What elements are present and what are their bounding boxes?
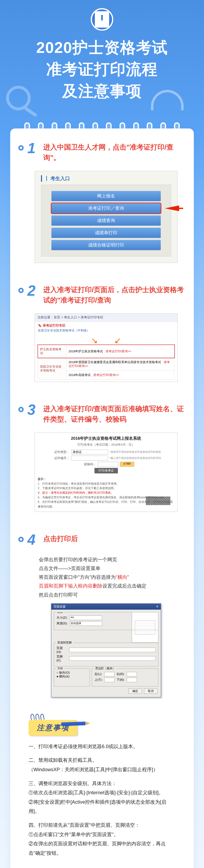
ok-button[interactable]: 确定 xyxy=(129,688,142,694)
step-1-header: 1 进入中国卫生人才网，点击"准考证打印/查询"。 xyxy=(19,141,185,163)
group-margins: 页边距（毫米） xyxy=(94,666,116,670)
attention-item-1: 一、打印准考证必须使用IE浏览器6.0或以上版本。 xyxy=(29,742,175,751)
arrow-down-icon: ↘ xyxy=(91,336,98,345)
form-notes: 提示： 1、打印准考证打印须知：考生须安装PDF阅读器方能正常使用。 2、下载准… xyxy=(38,477,174,509)
input-header[interactable] xyxy=(69,648,156,652)
step-2-title: 进入准考证打印/页面后，点击护士执业资格考试的"准考证打印/查询 xyxy=(43,284,185,305)
step-2-header: 2 进入准考证打印/页面后，点击护士执业资格考试的"准考证打印/查询 xyxy=(19,283,185,305)
label-id-type: 证件类型： xyxy=(51,450,70,454)
input-captcha[interactable] xyxy=(98,462,118,467)
btn-score-query[interactable]: 成绩查询 xyxy=(52,215,161,226)
btn-print-admission[interactable]: 打印准考证 xyxy=(95,468,118,473)
group-header-footer: 页眉和页脚 xyxy=(56,641,73,645)
attention-tag: 注意事项 xyxy=(29,720,77,736)
group-orientation: 方向 xyxy=(56,666,64,670)
btn-cert-print[interactable]: 成绩合格证明打印 xyxy=(52,240,161,250)
step-dot xyxy=(19,537,24,542)
step-dot xyxy=(19,288,24,293)
select-id-type[interactable]: 身份证 xyxy=(71,450,108,455)
step-4-title: 点击打印后 xyxy=(43,533,78,544)
print-link[interactable]: 准考证打印/查询>> xyxy=(105,349,131,353)
content-card: 1 进入中国卫生人才网，点击"准考证打印/查询"。 ┃ 考生入口 网上报名 准考… xyxy=(10,128,194,868)
dialog-title: 页面设置 xyxy=(54,605,66,609)
arrow-down-icon: ↙ xyxy=(114,336,121,345)
captcha-image: h7M0 xyxy=(120,462,134,467)
step-dot xyxy=(19,145,24,151)
eyelash-icon xyxy=(31,714,185,720)
input-margin-right[interactable] xyxy=(127,672,137,676)
label-captcha: 校验码： xyxy=(78,462,96,466)
step-number: 4 xyxy=(27,532,40,547)
radio-portrait[interactable]: ○ 纵向(O) xyxy=(57,671,87,675)
input-margin-left[interactable] xyxy=(104,672,114,676)
step-number: 3 xyxy=(27,402,40,417)
pencil-icon xyxy=(61,721,86,726)
attention-item-3: 三、调整IE浏览器安全级别。具体方法： ①依次点击IE浏览器[工具]-[Inte… xyxy=(29,779,175,816)
label-id-number: 证件编号： xyxy=(51,456,70,460)
print-link[interactable]: 准考证打印/查询>> xyxy=(93,373,119,377)
page-setup-dialog: 页面设置 ✕ 纸张 大小(Z): A4 来源(S): 自动选择 xyxy=(51,603,161,698)
btn-score-print[interactable]: 成绩单打印 xyxy=(52,228,161,238)
form-title: 2016年护士执业资格考试网上报名系统 xyxy=(38,436,174,441)
highlight-arrow-icon xyxy=(165,206,179,211)
row-label: 护士执业资格考试 xyxy=(38,345,67,358)
attention-item-4: 四、打印前请先从"页面设置"中把页眉、页脚清空： ①点击IE窗口"文件"菜单中的… xyxy=(29,820,175,858)
title-line-1: 2020护士资格考试 xyxy=(8,37,196,58)
input-footer[interactable] xyxy=(69,656,156,661)
radio-landscape[interactable]: ● 横向(A) xyxy=(57,675,87,679)
btn-online-register[interactable]: 网上报名 xyxy=(52,191,161,201)
step-1-title: 进入中国卫生人才网，点击"准考证打印/查询"。 xyxy=(43,142,185,163)
header-logo xyxy=(0,0,204,31)
portal-heading: ┃ 考生入口 xyxy=(41,175,171,182)
attention-item-2: 二、禁用或卸载有关拦截工具。 （WindowsXP：关闭IE浏览器[工具]中[弹… xyxy=(29,755,175,774)
select-paper-size[interactable]: A4 xyxy=(69,616,102,620)
step-3-screenshot: 2016年护士执业资格考试网上报名系统 打印准考证（考试日期：2016年5月 -… xyxy=(35,433,177,512)
title-line-2: 准考证打印流程 xyxy=(8,58,196,80)
zone-badge: 🔖 准考证打印专区 xyxy=(38,323,174,328)
input-margin-top[interactable] xyxy=(104,678,114,682)
close-icon[interactable]: ✕ xyxy=(156,605,159,609)
select-paper-source[interactable]: 自动选择 xyxy=(70,621,102,626)
step-4-header: 4 点击打印后 xyxy=(19,532,185,547)
step-number: 2 xyxy=(27,283,40,298)
step-2-screenshot: 当前位置：首页 > 考生入口 > 准考证打印专区 🔖 准考证打印专区 全国卫生专… xyxy=(35,313,177,382)
btn-print-ticket[interactable]: 准考证打印／查询 xyxy=(52,203,161,213)
step-1-screenshot: ┃ 考生入口 网上报名 准考证打印／查询 成绩查询 成绩单打印 成绩合格证明打印 xyxy=(35,171,177,263)
magnifier-icon xyxy=(6,86,31,110)
row-label: 高级卫生专业技术资格考试 xyxy=(38,358,67,380)
exam-table: 护士执业资格考试 2018年护士执业资格考试 准考证打印/查询>> 高级卫生专业… xyxy=(38,345,174,380)
step-4-body: 会弹出所要打印的准考证的一个网页 点击文件——>页面设置菜单 将页面设置窗口中"… xyxy=(39,555,177,599)
step-3-header: 3 进入准考证打印/查询页面后准确填写姓名、证件类型、证件编号、校验码 xyxy=(19,402,185,425)
cancel-button[interactable]: 取消 xyxy=(144,688,158,694)
input-margin-bottom[interactable] xyxy=(127,678,137,682)
step-number: 1 xyxy=(27,141,40,155)
group-paper: 纸张 xyxy=(56,612,64,614)
breadcrumb: 当前位置：首页 > 考生入口 > 准考证打印专区 xyxy=(35,314,177,321)
attention-body: 一、打印准考证必须使用IE浏览器6.0或以上版本。 二、禁用或卸载有关拦截工具。… xyxy=(19,742,185,858)
group-title: 全国卫生专业技术资格考试（中初级） xyxy=(38,329,174,333)
step-3-title: 进入准考证打印/查询页面后准确填写姓名、证件类型、证件编号、校验码 xyxy=(43,404,185,425)
input-id-number[interactable] xyxy=(71,456,108,461)
form-subtitle: 打印准考证（考试日期：2016年5月 - 日） xyxy=(38,443,174,447)
step-dot xyxy=(19,407,24,412)
